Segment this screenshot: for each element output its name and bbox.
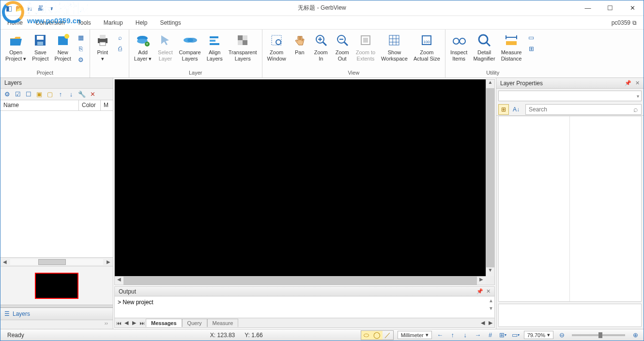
layers-hscroll[interactable]: ◀ ▶ <box>0 257 113 266</box>
menu-settings[interactable]: Settings <box>160 19 181 26</box>
spin-down-icon[interactable]: ▼ <box>489 305 493 312</box>
tab-last-icon[interactable]: ⏭ <box>138 320 146 326</box>
user-tag[interactable]: pc0359 ⧉ <box>612 19 637 26</box>
layer-check-icon[interactable]: ☑ <box>14 91 22 98</box>
zoom-actual-button[interactable]: 100 Zoom Actual Size <box>411 31 443 62</box>
measure-distance-button[interactable]: Measure Distance <box>498 31 525 62</box>
tab-measure[interactable]: Measure <box>207 319 239 327</box>
transparent-layers-button[interactable]: Transparent Layers <box>226 31 260 62</box>
menu-home[interactable]: Home <box>7 19 23 26</box>
layers-tab-button[interactable]: ☰ Layers <box>0 308 113 320</box>
scroll-left-icon[interactable]: ◀ <box>115 277 123 285</box>
zoom-value[interactable]: 79.70% ▾ <box>524 331 553 339</box>
scroll-up-icon[interactable]: ▲ <box>486 79 494 88</box>
layer-settings-icon[interactable]: ⚙ <box>3 91 11 98</box>
scroll-right-icon[interactable]: ▶ <box>477 277 486 285</box>
tab-next-icon[interactable]: ▶ <box>130 320 138 326</box>
layer-group-icon[interactable]: ▣ <box>35 91 43 98</box>
canvas-vscroll[interactable]: ▲ ▼ <box>486 79 494 276</box>
layers-list[interactable] <box>0 111 113 257</box>
scroll-right-icon[interactable]: ▶ <box>104 259 113 264</box>
mode-filled-icon[interactable]: ⬭ <box>361 331 372 340</box>
menu-conversion[interactable]: Conversion <box>35 19 65 26</box>
minimize-button[interactable]: ― <box>577 0 599 16</box>
search-icon[interactable]: ⌕ <box>633 105 638 114</box>
menu-tools[interactable]: Tools <box>77 19 91 26</box>
tab-query[interactable]: Query <box>182 319 207 327</box>
nav-right-icon[interactable]: → <box>474 331 482 340</box>
layer-edit-icon[interactable]: 🔧 <box>78 91 86 98</box>
nav-up-icon[interactable]: ↑ <box>448 331 457 340</box>
pin-icon[interactable]: 📌 <box>625 80 631 86</box>
inspect-items-button[interactable]: Inspect Items <box>447 31 470 62</box>
compare-layers-button[interactable]: Compare Layers <box>176 31 203 62</box>
properties-object-selector[interactable]: ▾ <box>498 91 642 101</box>
open-project-button[interactable]: Open Project ▾ <box>2 31 29 62</box>
display-mode-toggle[interactable]: ⬭ ◯ ／ <box>361 330 394 340</box>
layer-ungroup-icon[interactable]: ▢ <box>46 91 54 98</box>
pan-button[interactable]: Pan <box>289 31 310 56</box>
scroll-left-icon[interactable]: ◀ <box>0 259 9 264</box>
tabbar-next-icon[interactable]: ▶ <box>487 320 494 326</box>
zoom-window-button[interactable]: Zoom Window <box>264 31 289 62</box>
tab-first-icon[interactable]: ⏮ <box>115 320 123 326</box>
grid-toggle-icon[interactable]: # <box>486 331 495 340</box>
zoom-out-button[interactable]: Zoom Out <box>332 31 353 62</box>
new-project-button[interactable]: New Project <box>52 31 74 62</box>
zoom-slider[interactable] <box>572 334 625 336</box>
save-project-button[interactable]: Save Project <box>29 31 51 62</box>
properties-search[interactable]: ⌕ <box>525 104 642 115</box>
close-icon[interactable]: ✕ <box>635 80 640 86</box>
zoom-in-icon[interactable]: ⊕ <box>631 331 640 340</box>
scroll-down-icon[interactable]: ▼ <box>486 267 494 276</box>
col-name[interactable]: Name <box>0 100 79 110</box>
nav-left-icon[interactable]: ← <box>436 331 445 340</box>
page-icon[interactable]: ▭▾ <box>511 331 520 340</box>
util-small-1-icon[interactable]: ▭ <box>526 32 536 42</box>
categorized-view-icon[interactable]: ⊞ <box>498 104 509 115</box>
col-m[interactable]: M <box>101 100 113 110</box>
canvas-minimap[interactable] <box>35 273 78 299</box>
units-selector[interactable]: Millimeter ▾ <box>398 331 432 339</box>
zoom-extents-button[interactable]: Zoom to Extents <box>353 31 378 62</box>
col-color[interactable]: Color <box>79 100 101 110</box>
layer-delete-icon[interactable]: ✕ <box>89 91 96 98</box>
close-button[interactable]: ✕ <box>621 0 644 16</box>
spin-up-icon[interactable]: ▲ <box>489 297 493 304</box>
menu-help[interactable]: Help <box>136 19 148 26</box>
qat-print-icon[interactable]: 🖶 <box>36 4 45 13</box>
qat-app-icon[interactable]: ◧ <box>4 4 13 13</box>
layer-up-icon[interactable]: ↑ <box>57 91 64 98</box>
panel-collapse-handle[interactable]: ›› <box>0 320 113 329</box>
layer-uncheck-icon[interactable]: ☐ <box>25 91 32 98</box>
layer-down-icon[interactable]: ↓ <box>67 91 75 98</box>
nav-down-icon[interactable]: ↓ <box>461 331 470 340</box>
tabbar-prev-icon[interactable]: ◀ <box>479 320 487 326</box>
tab-prev-icon[interactable]: ◀ <box>123 320 130 326</box>
snap-toggle-icon[interactable]: ⊞▾ <box>499 331 507 340</box>
add-layer-button[interactable]: + Add Layer ▾ <box>131 31 155 62</box>
project-small-2-icon[interactable]: ⎘ <box>76 44 86 53</box>
project-small-3-icon[interactable]: ⚙ <box>76 55 86 64</box>
menu-markup[interactable]: Markup <box>104 19 123 26</box>
print-preview-icon[interactable]: ⌕ <box>115 32 125 42</box>
canvas-hscroll[interactable]: ◀ ▶ <box>115 276 486 285</box>
show-workspace-button[interactable]: Show Workspace <box>378 31 411 62</box>
qat-open-icon[interactable]: 📂 <box>15 4 24 13</box>
tab-messages[interactable]: Messages <box>146 319 182 327</box>
mode-outline-icon[interactable]: ◯ <box>372 331 383 340</box>
zoom-in-button[interactable]: Zoom In <box>310 31 332 62</box>
project-small-1-icon[interactable]: ▦ <box>76 32 86 42</box>
maximize-button[interactable]: ☐ <box>599 0 621 16</box>
mode-sketch-icon[interactable]: ／ <box>383 331 393 340</box>
qat-dropdown-icon[interactable]: ▾ <box>47 4 56 13</box>
output-body[interactable]: > New project ▲▼ <box>115 296 494 318</box>
qat-layers-icon[interactable]: ≣ <box>26 4 34 13</box>
util-small-2-icon[interactable]: ⊞ <box>526 44 536 53</box>
print-button[interactable]: Print▾ <box>92 31 113 62</box>
align-layers-button[interactable]: Align Layers <box>204 31 226 62</box>
detail-magnifier-button[interactable]: Detail Magnifier <box>470 31 498 62</box>
print-setup-icon[interactable]: ⎙ <box>115 44 125 53</box>
close-icon[interactable]: ✕ <box>486 288 491 294</box>
properties-grid[interactable] <box>498 116 642 302</box>
